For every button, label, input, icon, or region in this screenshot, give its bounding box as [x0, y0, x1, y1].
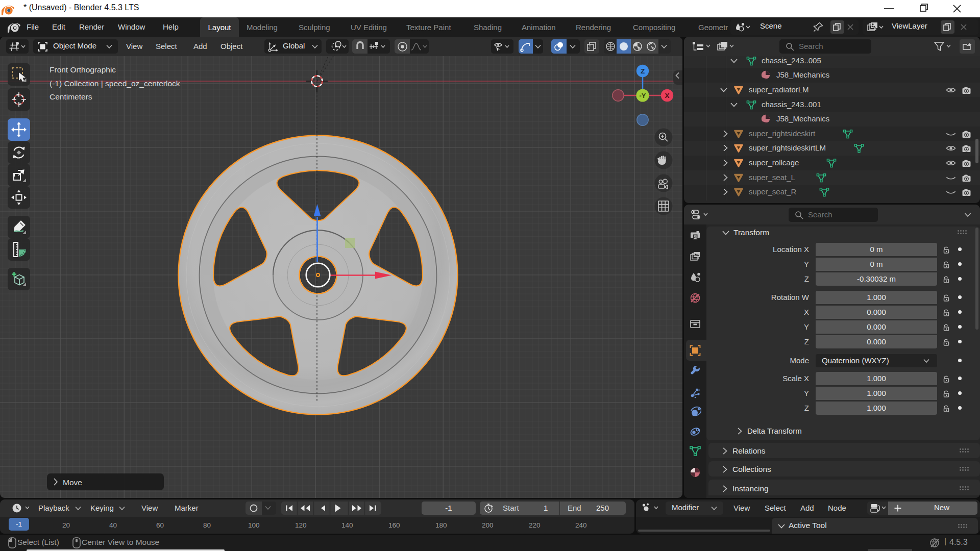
svg-text:X: X: [665, 92, 669, 99]
svg-text:Z: Z: [641, 67, 645, 75]
svg-text:Centimeters: Centimeters: [50, 92, 92, 101]
svg-text:-Y: -Y: [640, 92, 646, 99]
svg-text:Move: Move: [63, 478, 82, 487]
svg-text:(-1) Collection | speed_oz_cen: (-1) Collection | speed_oz_centerlock: [50, 79, 180, 88]
svg-text:Front Orthographic: Front Orthographic: [50, 65, 116, 74]
